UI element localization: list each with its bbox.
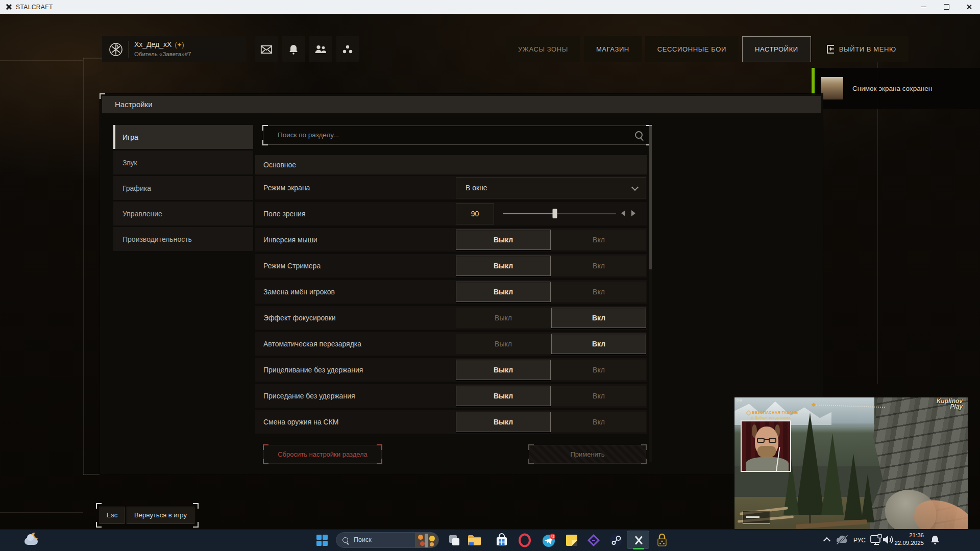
toggle-option-on[interactable]: Вкл (551, 230, 646, 250)
minimize-button[interactable] (913, 0, 935, 14)
game-viewport: Xx_Дед_xX (✦) Обитель «Завета»#7 (0, 14, 980, 529)
menu-item-label: УЖАСЫ ЗОНЫ (518, 45, 568, 53)
setting-row: Смена оружия на СКМВыклВкл (255, 410, 647, 434)
toggle-option-off[interactable]: Выкл (456, 386, 551, 406)
menu-item-1[interactable]: УЖАСЫ ЗОНЫ (506, 36, 580, 62)
sidebar-item-3[interactable]: Графика (113, 176, 253, 200)
toggle-option-off[interactable]: Выкл (456, 334, 551, 354)
telegram-icon: 42 (542, 534, 556, 547)
setting-row: Замена имён игроковВыклВкл (255, 280, 647, 304)
close-button[interactable] (958, 0, 980, 14)
diamond-app-button[interactable] (586, 533, 601, 547)
screen: STALCRAFT Xx_Дед_xX (✦) Обитель «Завет (0, 0, 980, 551)
fov-value-field[interactable]: 90 (456, 203, 494, 224)
reset-section-button[interactable]: Сбросить настройки раздела (263, 445, 382, 464)
onedrive-paused-icon[interactable] (835, 533, 849, 547)
menu-item-label: СЕССИОННЫЕ БОИ (657, 45, 726, 53)
microsoft-store-button[interactable] (495, 533, 509, 547)
toggle-option-on[interactable]: Вкл (551, 256, 646, 276)
setting-row: Поле зрения90 (255, 202, 647, 226)
telegram-button[interactable]: 42 (542, 533, 556, 547)
maximize-button[interactable] (935, 0, 958, 14)
corner-accent (528, 459, 534, 464)
toggle-option-off[interactable]: Выкл (456, 256, 551, 276)
file-explorer-button[interactable] (467, 533, 481, 547)
corner-accent (528, 444, 534, 450)
focus-assist-bell-icon[interactable]: z (928, 533, 942, 547)
mail-icon (261, 45, 272, 54)
fov-slider[interactable] (503, 213, 616, 214)
setting-row: Режим СтримераВыклВкл (255, 254, 647, 278)
corner-accent (641, 459, 647, 464)
menu-item-4[interactable]: НАСТРОЙКИ (742, 36, 811, 62)
sidebar-item-label: Звук (122, 159, 137, 167)
screenshot-notification[interactable]: Снимок экрана сохранен (812, 68, 980, 109)
taskbar-search-placeholder: Поиск (354, 533, 372, 547)
menu-item-3[interactable]: СЕССИОННЫЕ БОИ (645, 36, 739, 62)
steam-button[interactable] (609, 533, 623, 547)
stream-hud-element (743, 511, 770, 524)
premium-badge-icon: (✦) (175, 42, 184, 48)
toggle-option-on[interactable]: Вкл (551, 360, 646, 380)
esc-group: Esc Вернуться в игру (97, 504, 198, 527)
toggle-option-on[interactable]: Вкл (551, 308, 646, 328)
chevron-down-icon (631, 184, 639, 191)
sidebar-item-1[interactable]: Игра (113, 125, 253, 149)
sidebar-item-2[interactable]: Звук (113, 151, 253, 174)
toggle-option-on[interactable]: Вкл (551, 412, 646, 432)
corner-accent (263, 444, 268, 450)
menu-item-2[interactable]: МАГАЗИН (584, 36, 642, 62)
stalcraft-taskbar-button[interactable] (627, 531, 649, 549)
corner-accent (263, 459, 268, 464)
slider-arrow-left[interactable] (621, 210, 625, 216)
corner-accent (377, 444, 382, 450)
toggle-option-off[interactable]: Выкл (456, 360, 551, 380)
taskbar-clock[interactable]: 21:36 22.09.2025 (892, 532, 924, 547)
start-button[interactable] (315, 533, 329, 547)
weather-icon (22, 532, 43, 549)
scrollbar-thumb[interactable] (649, 126, 652, 269)
corner-accent (377, 459, 382, 464)
tray-date: 22.09.2025 (892, 539, 924, 547)
toggle-group: ВыклВкл (456, 386, 646, 406)
setting-row: Приседание без удержанияВыклВкл (255, 384, 647, 408)
apply-button[interactable]: Применить (529, 445, 646, 464)
taskbar: 18°C В осн. облачно Поиск (0, 529, 980, 551)
sidebar-item-5[interactable]: Производительность (113, 227, 253, 251)
esc-button[interactable]: Esc (100, 507, 125, 524)
player-info-box[interactable]: Xx_Дед_xX (✦) Обитель «Завета»#7 (102, 36, 246, 62)
weather-widget[interactable] (22, 532, 43, 549)
bell-icon (289, 44, 298, 55)
toggle-option-off[interactable]: Выкл (456, 282, 551, 302)
friends-button[interactable] (309, 36, 332, 62)
setting-row: Эффект фокусировкиВыклВкл (255, 306, 647, 330)
toggle-option-on[interactable]: Вкл (551, 282, 646, 302)
slider-handle[interactable] (553, 209, 557, 218)
stalcraft-app-icon (5, 4, 12, 10)
slider-arrow-right[interactable] (631, 210, 635, 216)
toggle-group: ВыклВкл (456, 282, 646, 302)
group-button[interactable] (336, 36, 359, 62)
language-indicator[interactable]: РУС (853, 537, 866, 544)
setting-label: Прицеливание без удержания (263, 358, 363, 382)
toggle-option-off[interactable]: Выкл (456, 230, 551, 250)
microsoft-store-icon (496, 534, 508, 546)
settings-search-input[interactable]: Поиск по разделу... (263, 126, 651, 145)
taskbar-search-input[interactable]: Поиск (336, 532, 439, 548)
sticky-notes-button[interactable] (565, 533, 579, 547)
menu-item-5[interactable]: ВЫЙТИ В МЕНЮ (815, 36, 909, 62)
toggle-option-on[interactable]: Вкл (551, 334, 646, 354)
exit-icon (827, 45, 834, 54)
opera-button[interactable] (518, 533, 532, 547)
return-to-game-button[interactable]: Вернуться в игру (127, 507, 194, 524)
toggle-option-on[interactable]: Вкл (551, 386, 646, 406)
task-view-button[interactable] (447, 533, 461, 547)
mail-button[interactable] (255, 36, 278, 62)
toggle-option-off[interactable]: Выкл (456, 308, 551, 328)
sidebar-item-4[interactable]: Управление (113, 202, 253, 226)
notifications-button[interactable] (282, 36, 305, 62)
toggle-option-off[interactable]: Выкл (456, 412, 551, 432)
lock-app-button[interactable] (655, 533, 669, 547)
screen-mode-dropdown[interactable]: В окне (456, 177, 646, 198)
section-header: Основное (255, 155, 647, 174)
